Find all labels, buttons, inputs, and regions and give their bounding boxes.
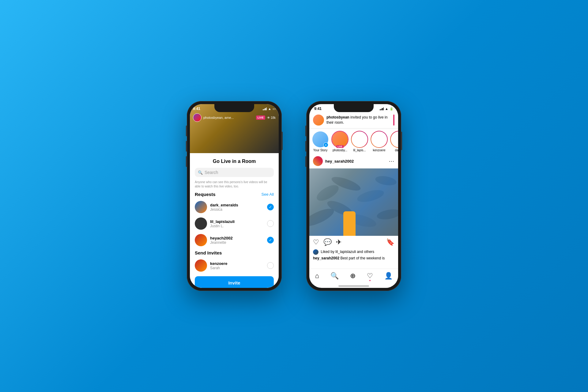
post-image [309, 168, 398, 236]
check-lil-lapis[interactable] [267, 220, 274, 227]
post-username[interactable]: hey_sarah2002 [325, 159, 386, 164]
bottom-nav: ⌂ 🔍 ⊕ ♡ 👤 [309, 269, 398, 284]
lil-lapis-avatar-wrap [352, 131, 368, 147]
realname-heyach: Jeannette [210, 240, 264, 245]
your-story-avatar-wrap: + [312, 131, 328, 147]
post-caption: hey_sarah2002 Best part of the weekend i… [309, 255, 398, 262]
lil-lapis-label: lil_lapis... [353, 149, 366, 152]
dark-avatar-wrap [391, 131, 398, 147]
your-story-label: Your Story [313, 149, 327, 152]
like-button[interactable]: ♡ [313, 238, 319, 246]
user-info-kenzoere: kenzoere Sarah [210, 261, 264, 270]
see-all-link[interactable]: See All [262, 192, 274, 197]
phone-1: 9:41 ▲ ▭ photosbyean, ame... [187, 101, 282, 291]
kenzoere-ring [371, 131, 388, 148]
notif-strip [393, 115, 394, 126]
notch-1 [214, 104, 254, 112]
lil-lapis-ring [351, 131, 368, 148]
activity-nav-button[interactable]: ♡ [367, 272, 373, 280]
go-live-sheet: Go Live in a Room 🔍 Search Anyone who ca… [190, 153, 279, 288]
story-dark[interactable]: dark_ [391, 131, 398, 152]
status-icons-2: ▲ 🔋 [380, 107, 393, 111]
story-kenzoere[interactable]: kenzoere [371, 131, 387, 152]
signal-icon-2 [380, 107, 384, 110]
story-photosbyean[interactable]: LIVE photosby... [332, 131, 348, 152]
comment-button[interactable]: 💬 [323, 238, 332, 246]
invite-row-1[interactable]: kenzoere Sarah [195, 257, 274, 274]
liked-by-text: Liked by lil_lapislazuli and others [321, 250, 374, 254]
check-heyach[interactable]: ✓ [267, 237, 274, 243]
phone-2: 9:41 ▲ 🔋 photosby [306, 101, 401, 291]
signal-icon [263, 107, 267, 110]
user-avatar-kenzoere [195, 259, 207, 272]
post-likes: Liked by lil_lapislazuli and others [309, 249, 398, 255]
eye-icon: 👁 [267, 116, 270, 119]
status-time-2: 9:41 [314, 107, 322, 111]
home-nav-button[interactable]: ⌂ [315, 272, 319, 280]
photosbyean-avatar-wrap: LIVE [332, 131, 348, 147]
stories-row: + Your Story LIVE photosby... [309, 128, 398, 154]
person-figure [337, 199, 362, 236]
user-avatar-dark-emeralds [195, 201, 207, 213]
request-row-3[interactable]: heyach2002 Jeannette ✓ [195, 232, 274, 248]
dark-ring [390, 131, 398, 148]
live-viewers: 👁 18k [267, 116, 276, 119]
check-dark-emeralds[interactable]: ✓ [267, 204, 274, 210]
send-invites-label: Send Invites [195, 250, 222, 255]
username-kenzoere: kenzoere [210, 261, 264, 266]
user-info-heyach: heyach2002 Jeannette [210, 236, 264, 245]
notif-avatar [313, 115, 324, 126]
username-dark-emeralds: dark_emeralds [210, 203, 264, 207]
live-status-time: 9:41 [193, 107, 200, 111]
post-header: hey_sarah2002 ··· [309, 154, 398, 168]
search-nav-button[interactable]: 🔍 [330, 272, 339, 280]
notif-text: photosbyean invited you to go live in th… [326, 115, 391, 125]
check-kenzoere[interactable] [267, 262, 274, 269]
story-lil-lapis[interactable]: lil_lapis... [352, 131, 368, 152]
sheet-title: Go Live in a Room [195, 159, 274, 164]
dark-label: dark_ [395, 149, 398, 152]
wifi-icon: ▲ [268, 107, 271, 111]
share-button[interactable]: ✈ [336, 238, 341, 246]
requests-label: Requests [195, 192, 216, 197]
requests-header: Requests See All [195, 192, 274, 197]
search-placeholder: Search [205, 170, 218, 175]
story-your-story[interactable]: + Your Story [312, 131, 328, 152]
live-broadcaster-name: photosbyean, ame... [203, 116, 254, 119]
phone-1-screen: 9:41 ▲ ▭ photosbyean, ame... [190, 104, 279, 288]
kenzoere-label: kenzoere [373, 149, 385, 152]
bookmark-button[interactable]: 🔖 [386, 238, 394, 246]
notif-username: photosbyean [326, 115, 349, 119]
search-icon: 🔍 [198, 170, 203, 175]
privacy-note: Anyone who can see this persons's live v… [195, 180, 274, 189]
caption-body: Best part of the weekend is [340, 256, 385, 260]
photosbyean-label: photosby... [333, 149, 347, 152]
search-bar[interactable]: 🔍 Search [195, 168, 274, 177]
battery-icon-2: 🔋 [390, 107, 393, 111]
username-lil-lapis: lil_lapislazuli [210, 219, 264, 224]
home-indicator-2 [338, 285, 369, 287]
request-row-2[interactable]: lil_lapislazuli Justin L. [195, 215, 274, 232]
live-status-icons: ▲ ▭ [263, 107, 276, 111]
user-info-lil-lapis: lil_lapislazuli Justin L. [210, 219, 264, 228]
request-row-1[interactable]: dark_emeralds Jessica ✓ [195, 199, 274, 215]
post-user-avatar[interactable] [313, 156, 323, 166]
caption-username: hey_sarah2002 [313, 256, 339, 260]
invite-button[interactable]: Invite [195, 276, 274, 288]
profile-nav-button[interactable]: 👤 [384, 272, 393, 280]
create-nav-button[interactable]: ⊕ [350, 272, 356, 280]
live-badge: LIVE [256, 115, 265, 120]
activity-dot [369, 280, 371, 281]
wifi-icon-2: ▲ [385, 107, 388, 111]
notification-banner[interactable]: photosbyean invited you to go live in th… [309, 112, 398, 128]
post-options-button[interactable]: ··· [389, 158, 394, 164]
user-avatar-heyach [195, 234, 207, 246]
realname-lil-lapis: Justin L. [210, 224, 264, 228]
phones-container: 9:41 ▲ ▭ photosbyean, ame... [187, 101, 401, 291]
phone-2-screen: 9:41 ▲ 🔋 photosby [309, 104, 398, 288]
send-invites-header: Send Invites [195, 250, 274, 255]
live-badge-story: LIVE [336, 145, 344, 148]
notch-2 [334, 104, 374, 112]
user-info-dark-emeralds: dark_emeralds Jessica [210, 203, 264, 212]
realname-dark-emeralds: Jessica [210, 207, 264, 212]
